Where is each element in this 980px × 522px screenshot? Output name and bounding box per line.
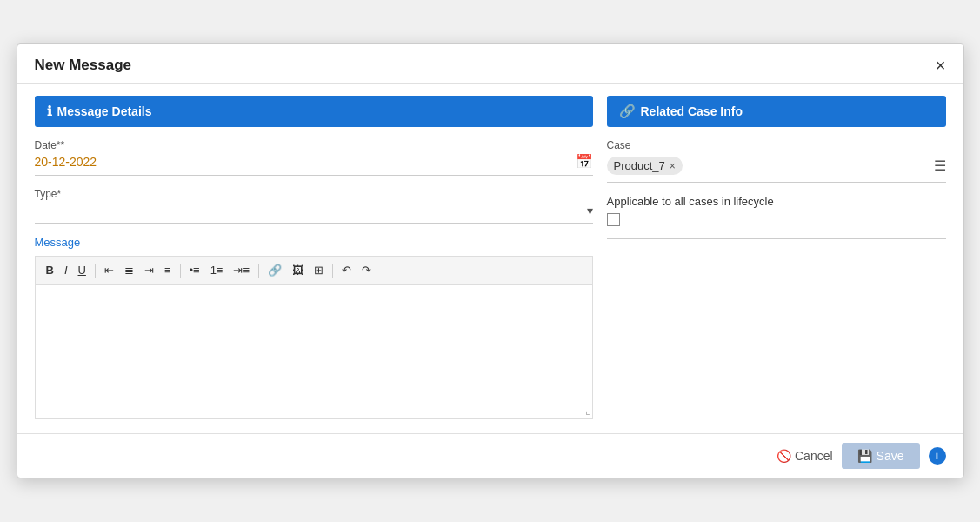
image-button[interactable]: 🖼	[289, 262, 307, 279]
modal-header: New Message ×	[17, 44, 963, 84]
resize-handle: ⌞	[585, 405, 590, 417]
toolbar-separator-3	[258, 264, 259, 278]
close-button[interactable]: ×	[936, 57, 946, 74]
date-label: Date*	[35, 139, 593, 151]
case-tag-text: Product_7	[614, 159, 665, 172]
applicable-checkbox[interactable]	[607, 213, 620, 226]
save-button[interactable]: 💾 Save	[842, 443, 920, 469]
date-value: 20-12-2022	[35, 155, 97, 169]
case-field: Product_7 × ☰	[607, 157, 946, 183]
align-right-button[interactable]: ⇥	[141, 262, 157, 279]
right-panel: 🔗 Related Case Info Case Product_7 × ☰ A…	[607, 96, 946, 419]
calendar-icon[interactable]: 📅	[576, 153, 593, 170]
undo-button[interactable]: ↶	[338, 262, 355, 279]
type-label: Type*	[35, 188, 593, 200]
message-editor[interactable]: ⌞	[35, 284, 593, 419]
save-label: Save	[877, 449, 904, 463]
underline-button[interactable]: U	[75, 262, 90, 279]
ordered-list-button[interactable]: 1≡	[207, 262, 227, 279]
bold-button[interactable]: B	[43, 262, 57, 279]
chevron-down-icon: ▾	[587, 204, 593, 218]
message-details-label: Message Details	[57, 104, 152, 118]
modal-body: ℹ Message Details Date* 20-12-2022 📅 Typ…	[17, 84, 963, 433]
save-icon: 💾	[857, 449, 872, 463]
left-panel: ℹ Message Details Date* 20-12-2022 📅 Typ…	[35, 96, 593, 419]
unordered-list-button[interactable]: •≡	[186, 262, 203, 279]
date-field: 20-12-2022 📅	[35, 153, 593, 176]
link-button[interactable]: 🔗	[264, 262, 285, 279]
type-dropdown[interactable]: ▾	[35, 204, 593, 224]
case-menu-icon[interactable]: ☰	[934, 157, 946, 174]
message-label: Message	[35, 236, 593, 249]
modal-footer: 🚫 Cancel 💾 Save i	[17, 433, 963, 478]
redo-button[interactable]: ↷	[358, 262, 375, 279]
cancel-button[interactable]: 🚫 Cancel	[777, 449, 833, 463]
link-icon: 🔗	[619, 104, 636, 119]
cancel-icon: 🚫	[777, 449, 791, 463]
case-tag-remove-button[interactable]: ×	[670, 160, 676, 172]
editor-toolbar: B I U ⇤ ≣ ⇥ ≡ •≡ 1≡ ⇥≡ 🔗 🖼 ⊞ ↶ ↷	[35, 256, 593, 284]
align-center-button[interactable]: ≣	[121, 262, 137, 279]
case-label: Case	[607, 139, 946, 151]
italic-button[interactable]: I	[61, 262, 71, 279]
applicable-label: Applicable to all cases in lifecycle	[607, 195, 946, 208]
footer-info-icon[interactable]: i	[929, 447, 946, 465]
new-message-modal: New Message × ℹ Message Details Date* 20…	[17, 44, 964, 478]
toolbar-separator	[95, 264, 96, 278]
case-tag: Product_7 ×	[607, 157, 683, 175]
info-icon: ℹ	[47, 104, 52, 119]
toolbar-separator-2	[180, 264, 181, 278]
related-case-label: Related Case Info	[641, 104, 743, 118]
indent-button[interactable]: ⇥≡	[230, 262, 253, 279]
related-case-header: 🔗 Related Case Info	[607, 96, 946, 127]
message-details-header: ℹ Message Details	[35, 96, 593, 127]
table-button[interactable]: ⊞	[310, 262, 327, 279]
align-left-button[interactable]: ⇤	[101, 262, 117, 279]
applicable-checkbox-row	[607, 213, 946, 239]
align-justify-button[interactable]: ≡	[161, 262, 175, 279]
modal-title: New Message	[35, 57, 132, 74]
cancel-label: Cancel	[795, 449, 833, 463]
toolbar-separator-4	[332, 264, 333, 278]
